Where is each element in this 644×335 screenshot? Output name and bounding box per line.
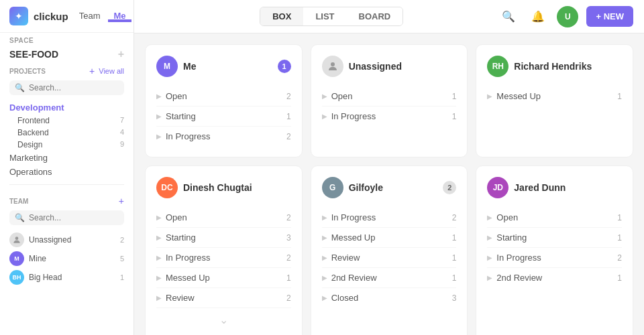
richard-row-messedup[interactable]: ▶ Messed Up 1 [487, 86, 622, 106]
project-sub-backend[interactable]: Backend 4 [9, 127, 124, 139]
dinesh-row-starting[interactable]: ▶ Starting 3 [156, 228, 291, 248]
me-row-inprogress[interactable]: ▶ In Progress 2 [156, 127, 291, 146]
jared-row-2ndreview[interactable]: ▶ 2nd Review 1 [487, 268, 622, 287]
search-icon: 🔍 [15, 83, 25, 92]
unassigned-row-open[interactable]: ▶ Open 1 [322, 86, 457, 107]
add-project-icon[interactable]: + [89, 66, 95, 76]
projects-search-input[interactable] [29, 83, 119, 92]
chevron-icon: ▶ [156, 294, 162, 302]
chevron-icon: ▶ [487, 274, 492, 281]
avatar-unassigned [9, 232, 24, 247]
chevron-icon: ▶ [156, 92, 162, 100]
team-search-input[interactable] [29, 213, 119, 222]
avatar-richard: RH [487, 56, 508, 77]
user-avatar[interactable]: U [557, 6, 578, 27]
projects-section: PROJECTS + View all 🔍 Development Fronte… [0, 66, 133, 151]
team-member-mine[interactable]: M Mine 5 [9, 249, 124, 268]
tab-board[interactable]: BOARD [347, 7, 403, 25]
card-dinesh: DC Dinesh Chugtai ▶ Open 2 ▶ Starting [145, 165, 303, 335]
dinesh-row-inprogress[interactable]: ▶ In Progress 2 [156, 248, 291, 268]
avatar-jared: JD [487, 177, 508, 198]
team-member-bighead[interactable]: BH Big Head 1 [9, 268, 124, 287]
projects-actions: + View all [89, 66, 124, 76]
dinesh-show-more[interactable]: ⌄ [156, 308, 291, 332]
card-jared: JD Jared Dunn ▶ Open 1 ▶ Starting [476, 165, 633, 335]
topbar-right: 🔍 🔔 U + NEW [498, 6, 633, 27]
chevron-icon: ▶ [487, 234, 492, 241]
sidebar-header: ✦ clickup Team Me [0, 0, 133, 33]
chevron-icon: ▶ [322, 274, 327, 281]
unassigned-row-inprogress[interactable]: ▶ In Progress 1 [322, 107, 457, 126]
team-section: TEAM + 🔍 Unassigned 2 M Mine 5 B [0, 190, 133, 292]
jared-row-starting[interactable]: ▶ Starting 1 [487, 228, 622, 248]
projects-label: PROJECTS [9, 68, 46, 75]
gilfoyle-row-review[interactable]: ▶ Review 1 [322, 248, 457, 268]
team-header: TEAM + [9, 196, 124, 206]
chevron-down-icon: ⌄ [219, 314, 228, 326]
topbar: BOX LIST BOARD 🔍 🔔 U + NEW [134, 0, 644, 34]
chevron-icon: ▶ [156, 274, 162, 281]
dinesh-row-review[interactable]: ▶ Review 2 [156, 288, 291, 308]
card-richard-header: RH Richard Hendriks [487, 56, 622, 77]
jared-row-open[interactable]: ▶ Open 1 [487, 208, 622, 228]
dinesh-row-open[interactable]: ▶ Open 2 [156, 208, 291, 228]
jared-row-inprogress[interactable]: ▶ In Progress 2 [487, 248, 622, 268]
chevron-icon: ▶ [156, 133, 162, 140]
main-content: BOX LIST BOARD 🔍 🔔 U + NEW M Me 1 [134, 0, 644, 335]
cards-grid: M Me 1 ▶ Open 2 ▶ Starting [145, 44, 633, 335]
card-gilfoyle-header: G Gilfoyle 2 [322, 177, 457, 198]
space-label: SPACE [9, 37, 124, 44]
content-area: M Me 1 ▶ Open 2 ▶ Starting [134, 34, 644, 335]
chevron-icon: ▶ [322, 234, 327, 241]
me-row-open[interactable]: ▶ Open 2 [156, 86, 291, 107]
chevron-icon: ▶ [487, 254, 492, 261]
team-member-unassigned[interactable]: Unassigned 2 [9, 230, 124, 249]
tab-box[interactable]: BOX [260, 7, 303, 25]
space-name[interactable]: SEE-FOOD + [0, 46, 133, 66]
svg-point-1 [331, 62, 335, 66]
view-all-link[interactable]: View all [99, 67, 124, 75]
chevron-icon: ▶ [322, 254, 327, 261]
sidebar: ✦ clickup Team Me SPACE SEE-FOOD + PROJE… [0, 0, 134, 335]
gilfoyle-row-closed[interactable]: ▶ Closed 3 [322, 288, 457, 308]
project-development[interactable]: Development [9, 100, 124, 115]
gilfoyle-row-2ndreview[interactable]: ▶ 2nd Review 1 [322, 268, 457, 288]
gilfoyle-badge: 2 [443, 181, 456, 194]
project-sub-design[interactable]: Design 9 [9, 139, 124, 151]
tab-me[interactable]: Me [108, 11, 131, 22]
search-button[interactable]: 🔍 [498, 6, 519, 27]
dinesh-row-messedup[interactable]: ▶ Messed Up 1 [156, 268, 291, 288]
add-team-icon[interactable]: + [119, 196, 124, 206]
project-marketing[interactable]: Marketing [0, 151, 133, 165]
card-dinesh-header: DC Dinesh Chugtai [156, 177, 291, 198]
fold-icon[interactable]: + [118, 48, 124, 60]
chevron-icon: ▶ [322, 92, 327, 100]
card-me: M Me 1 ▶ Open 2 ▶ Starting [145, 44, 303, 157]
chevron-icon: ▶ [322, 113, 327, 120]
me-row-starting[interactable]: ▶ Starting 1 [156, 107, 291, 127]
project-operations[interactable]: Operations [0, 165, 133, 179]
avatar-me: M [156, 56, 178, 77]
notifications-button[interactable]: 🔔 [527, 6, 549, 27]
tab-list[interactable]: LIST [303, 7, 346, 25]
gilfoyle-row-inprogress[interactable]: ▶ In Progress 2 [322, 208, 457, 228]
chevron-icon: ▶ [487, 92, 492, 100]
avatar-mine: M [9, 251, 24, 266]
new-button[interactable]: + NEW [586, 6, 633, 27]
projects-header: PROJECTS + View all [9, 66, 124, 76]
team-search-box: 🔍 [9, 210, 124, 225]
svg-point-0 [15, 237, 19, 240]
space-section: SPACE [0, 33, 133, 46]
avatar-unassigned-card [322, 56, 343, 77]
projects-search-box: 🔍 [9, 80, 124, 95]
project-sub-frontend[interactable]: Frontend 7 [9, 115, 124, 127]
card-richard: RH Richard Hendriks ▶ Messed Up 1 [476, 44, 633, 157]
chevron-icon: ▶ [156, 234, 162, 241]
tab-team[interactable]: Team [74, 11, 106, 22]
nav-tabs: Team Me [74, 11, 131, 22]
logo-text: clickup [34, 11, 68, 22]
chevron-icon: ▶ [322, 214, 327, 221]
gilfoyle-row-messedup[interactable]: ▶ Messed Up 1 [322, 228, 457, 248]
chevron-icon: ▶ [322, 294, 327, 302]
chevron-icon: ▶ [487, 214, 492, 221]
